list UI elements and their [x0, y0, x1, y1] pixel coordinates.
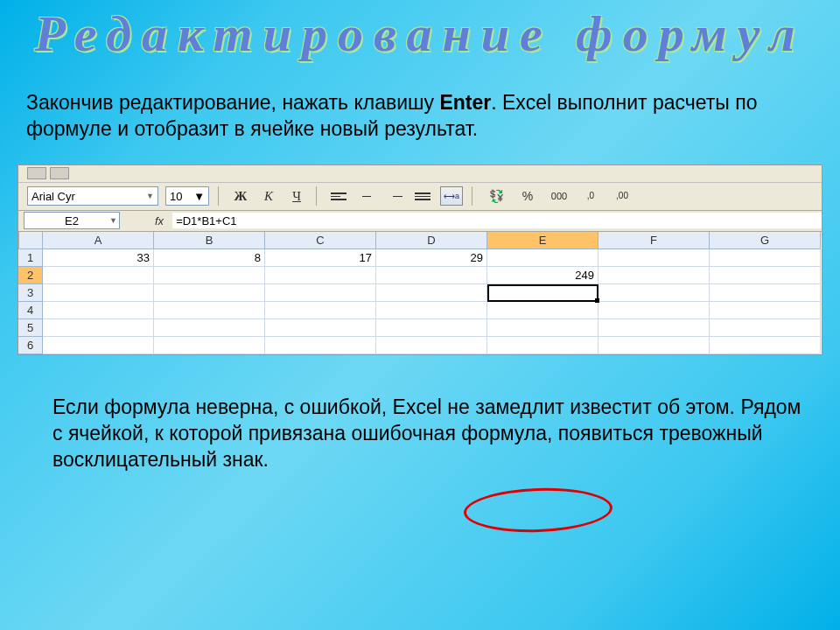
- cell-A6[interactable]: [43, 337, 154, 354]
- cell-B2[interactable]: [154, 267, 265, 284]
- intro-text: Закончив редактирование, нажать клавишу …: [0, 81, 840, 164]
- font-name-selector[interactable]: Arial Cyr ▼: [27, 186, 158, 206]
- formatting-toolbar: Arial Cyr ▼ 10 ▼ Ж К Ч ⟷a 💱 % 000 ,0 ,00: [18, 183, 822, 211]
- cell-D5[interactable]: [376, 319, 487, 337]
- bold-button[interactable]: Ж: [230, 186, 251, 206]
- font-name-value: Arial Cyr: [32, 190, 75, 203]
- cell-C4[interactable]: [265, 302, 376, 319]
- cell-D6[interactable]: [376, 337, 487, 354]
- cell-F1[interactable]: [598, 249, 710, 267]
- align-justify-button[interactable]: [412, 186, 433, 206]
- fx-label[interactable]: fx: [120, 214, 172, 228]
- cell-F4[interactable]: [598, 302, 710, 319]
- col-header-G[interactable]: G: [710, 232, 821, 249]
- cell-C3[interactable]: [265, 284, 376, 302]
- cell-B1[interactable]: 8: [154, 249, 265, 267]
- formula-bar: E2 ▼ fx =D1*B1+C1: [18, 211, 822, 232]
- cell-C5[interactable]: [265, 319, 376, 337]
- intro-bold: Enter: [439, 91, 491, 114]
- cell-A1[interactable]: 33: [43, 249, 154, 267]
- chevron-down-icon: ▼: [109, 216, 117, 225]
- increase-decimal-button[interactable]: ,0: [578, 186, 603, 206]
- align-center-button[interactable]: [356, 186, 377, 206]
- chevron-down-icon: ▼: [193, 190, 205, 203]
- separator: [218, 186, 221, 206]
- decrease-decimal-button[interactable]: ,00: [610, 186, 634, 206]
- separator: [316, 186, 319, 206]
- currency-button[interactable]: 💱: [484, 186, 508, 206]
- col-header-A[interactable]: A: [43, 232, 154, 249]
- spreadsheet-grid: A B C D E F G 1 33 8 17 29 2 249: [18, 232, 822, 354]
- font-size-selector[interactable]: 10 ▼: [165, 186, 209, 206]
- cell-D4[interactable]: [376, 302, 487, 319]
- italic-button[interactable]: К: [258, 186, 279, 206]
- name-box[interactable]: E2 ▼: [24, 212, 120, 229]
- row-header-5[interactable]: 5: [18, 319, 43, 337]
- cell-B4[interactable]: [154, 302, 265, 319]
- footer-text: Если формула неверна, с ошибкой, Excel н…: [0, 355, 840, 491]
- font-size-value: 10: [170, 190, 182, 203]
- row-header-1[interactable]: 1: [18, 249, 43, 267]
- row-header-2[interactable]: 2: [18, 267, 43, 284]
- cell-F5[interactable]: [598, 319, 710, 337]
- cell-B6[interactable]: [154, 337, 265, 354]
- slide-title: Редактирование формул: [0, 0, 840, 81]
- cell-C1[interactable]: 17: [265, 249, 376, 267]
- comma-style-button[interactable]: 000: [547, 186, 571, 206]
- cell-E1[interactable]: [487, 249, 598, 267]
- red-ellipse-annotation: [463, 486, 613, 535]
- cell-G1[interactable]: [710, 249, 821, 267]
- cell-E5[interactable]: [487, 319, 598, 337]
- align-right-button[interactable]: [384, 186, 405, 206]
- select-all-corner[interactable]: [18, 232, 43, 249]
- cell-C2[interactable]: [265, 267, 376, 284]
- cell-G6[interactable]: [710, 337, 821, 354]
- cell-E3-active[interactable]: [487, 284, 598, 302]
- standard-toolbar: [18, 165, 822, 183]
- align-left-button[interactable]: [328, 186, 349, 206]
- underline-button[interactable]: Ч: [286, 186, 307, 206]
- cell-E4[interactable]: [487, 302, 598, 319]
- cell-A5[interactable]: [43, 319, 154, 337]
- col-header-F[interactable]: F: [598, 232, 710, 249]
- cell-B5[interactable]: [154, 319, 265, 337]
- cell-G3[interactable]: [710, 284, 821, 302]
- cell-G4[interactable]: [710, 302, 821, 319]
- separator: [472, 186, 475, 206]
- name-box-value: E2: [65, 214, 79, 228]
- col-header-E[interactable]: E: [487, 232, 598, 249]
- cell-F3[interactable]: [598, 284, 710, 302]
- cell-G2[interactable]: [710, 267, 821, 284]
- cell-D2[interactable]: [376, 267, 487, 284]
- col-header-B[interactable]: B: [154, 232, 265, 249]
- excel-screenshot: Arial Cyr ▼ 10 ▼ Ж К Ч ⟷a 💱 % 000 ,0 ,00…: [18, 164, 822, 355]
- toolbar-icon[interactable]: [27, 167, 46, 179]
- row-header-6[interactable]: 6: [18, 337, 43, 354]
- cell-G5[interactable]: [710, 319, 821, 337]
- toolbar-icon[interactable]: [50, 167, 69, 179]
- cell-E2[interactable]: 249: [487, 267, 598, 284]
- cell-A3[interactable]: [43, 284, 154, 302]
- cell-F2[interactable]: [598, 267, 710, 284]
- row-header-3[interactable]: 3: [18, 284, 43, 302]
- cell-F6[interactable]: [598, 337, 710, 354]
- col-header-D[interactable]: D: [376, 232, 487, 249]
- cell-D3[interactable]: [376, 284, 487, 302]
- intro-part1: Закончив редактирование, нажать клавишу: [26, 91, 439, 114]
- cell-C6[interactable]: [265, 337, 376, 354]
- percent-button[interactable]: %: [515, 186, 540, 206]
- cell-A2[interactable]: [43, 267, 154, 284]
- cell-E6[interactable]: [487, 337, 598, 354]
- col-header-C[interactable]: C: [265, 232, 376, 249]
- formula-input[interactable]: =D1*B1+C1: [172, 213, 822, 228]
- cell-D1[interactable]: 29: [376, 249, 487, 267]
- cell-A4[interactable]: [43, 302, 154, 319]
- cell-B3[interactable]: [154, 284, 265, 302]
- row-header-4[interactable]: 4: [18, 302, 43, 319]
- chevron-down-icon: ▼: [146, 192, 154, 200]
- merge-button[interactable]: ⟷a: [440, 186, 463, 206]
